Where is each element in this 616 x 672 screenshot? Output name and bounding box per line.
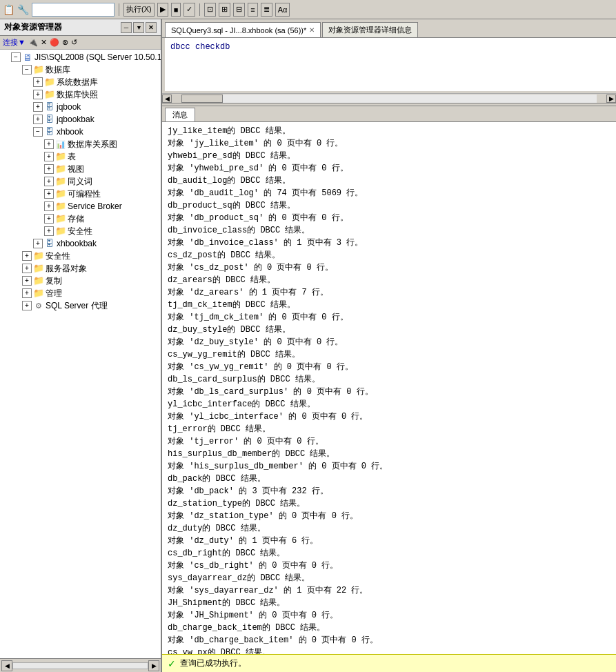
security-xhbook-expand[interactable]: + <box>44 226 54 236</box>
toolbar-btn-5[interactable]: ≣ <box>261 3 272 17</box>
message-line: 对象 'db_invoice_class' 的 1 页中有 3 行。 <box>168 237 610 249</box>
pin-button[interactable]: ─ <box>121 22 132 33</box>
message-line: 对象 'db_charge_back_item' 的 0 页中有 0 行。 <box>168 634 610 646</box>
xhbookbak-label: xhbookbak <box>57 238 97 249</box>
hscroll-left[interactable]: ◀ <box>162 95 172 103</box>
tree-item-sql-agent[interactable]: + ⚙ SQL Server 代理 <box>0 299 161 312</box>
tree-item-db-snapshot[interactable]: + 📁 数据库快照 <box>0 88 161 101</box>
tree-item-replication[interactable]: + 📁 复制 <box>0 275 161 287</box>
tree-item-tables[interactable]: + 📁 表 <box>0 150 161 163</box>
server-label: JIS\SQL2008 (SQL Server 10.50.16 <box>34 52 161 63</box>
toolbar-btn-1[interactable]: ⊡ <box>204 3 216 17</box>
message-line: 对象 'yhwebi_pre_sd' 的 0 页中有 0 行。 <box>168 162 610 175</box>
message-line: db_audit_log的 DBCC 结果。 <box>168 175 610 187</box>
synonyms-icon: 📁 <box>55 176 66 187</box>
tree-item-management[interactable]: + 📁 管理 <box>0 287 161 299</box>
message-line: 对象 'his_surplus_db_member' 的 0 页中有 0 行。 <box>168 460 610 473</box>
sqlagent-expand[interactable]: + <box>22 301 32 310</box>
tree-item-views[interactable]: + 📁 视图 <box>0 163 161 175</box>
connect-button[interactable]: 连接▼ <box>3 37 26 48</box>
scroll-right-btn[interactable]: ▶ <box>148 660 159 671</box>
message-line: dz_station_type的 DBCC 结果。 <box>168 497 610 510</box>
message-line: 对象 'yl_icbc_interface' 的 0 页中有 0 行。 <box>168 411 610 423</box>
execute-label[interactable]: 执行(X) <box>123 3 155 17</box>
broker-expand[interactable]: + <box>44 201 54 211</box>
replication-expand[interactable]: + <box>22 276 32 286</box>
security-server-icon: 📁 <box>33 250 44 261</box>
tree-item-synonyms[interactable]: + 📁 同义词 <box>0 175 161 188</box>
toolbar-btn-4[interactable]: ≡ <box>248 3 257 17</box>
security-server-expand[interactable]: + <box>22 251 32 261</box>
databases-expand[interactable]: − <box>22 65 32 75</box>
sqlagent-label: SQL Server 代理 <box>46 300 108 311</box>
connect-icon-3: 🔴 <box>50 38 59 47</box>
xhbook-expand[interactable]: − <box>33 127 43 137</box>
tree-item-programmability[interactable]: + 📁 可编程性 <box>0 188 161 200</box>
query-hscrollbar[interactable]: ◀ ▶ <box>162 93 616 103</box>
tab-query[interactable]: SQLQuery3.sql - JI...8.xhbook (sa (56))*… <box>165 22 321 37</box>
diagram-expand[interactable]: + <box>44 139 54 149</box>
tables-expand[interactable]: + <box>44 152 54 161</box>
tree-view[interactable]: − 🖥 JIS\SQL2008 (SQL Server 10.50.16 − 📁… <box>0 50 161 658</box>
xhbookbak-expand[interactable]: + <box>33 239 43 248</box>
snapshot-expand[interactable]: + <box>33 90 43 99</box>
hscroll-thumb[interactable] <box>181 95 223 103</box>
tree-item-security-xhbook[interactable]: + 📁 安全性 <box>0 225 161 237</box>
results-tab-messages[interactable]: 消息 <box>165 108 195 121</box>
replication-icon: 📁 <box>33 275 44 286</box>
parse-button[interactable]: ✓ <box>183 3 195 17</box>
tree-item-jqbookbak[interactable]: + 🗄 jqbookbak <box>0 113 161 126</box>
management-icon: 📁 <box>33 288 44 299</box>
replication-label: 复制 <box>46 275 62 286</box>
security-xhbook-icon: 📁 <box>55 226 66 237</box>
prog-expand[interactable]: + <box>44 189 54 199</box>
tree-item-jqbook[interactable]: + 🗄 jqbook <box>0 101 161 113</box>
management-expand[interactable]: + <box>22 288 32 298</box>
tree-item-xhbookbak[interactable]: + 🗄 xhbookbak <box>0 237 161 250</box>
databases-folder-icon: 📁 <box>33 64 44 75</box>
tree-item-diagram[interactable]: + 📊 数据库关系图 <box>0 138 161 150</box>
scroll-left-btn[interactable]: ◀ <box>1 660 12 671</box>
hscroll-track <box>181 95 597 103</box>
toolbar-btn-2[interactable]: ⊞ <box>219 3 230 17</box>
views-expand[interactable]: + <box>44 164 54 174</box>
stop-button[interactable]: ■ <box>171 3 181 17</box>
tables-label: 表 <box>68 151 76 162</box>
tree-item-system-db[interactable]: + 📁 系统数据库 <box>0 76 161 88</box>
toolbar-btn-6[interactable]: Aα <box>275 3 290 17</box>
minimize-button[interactable]: ▾ <box>133 22 144 33</box>
tab-details[interactable]: 对象资源管理器详细信息 <box>322 22 418 37</box>
storage-expand[interactable]: + <box>44 214 54 224</box>
snapshot-icon: 📁 <box>44 89 55 100</box>
toolbar-icon-2: 🔧 <box>17 4 29 15</box>
tree-item-xhbook[interactable]: − 🗄 xhbook <box>0 126 161 138</box>
xhbook-label: xhbook <box>57 126 83 137</box>
refresh-icon[interactable]: ↺ <box>71 38 77 47</box>
tree-item-server-objects[interactable]: + 📁 服务器对象 <box>0 262 161 275</box>
toolbar-btn-3[interactable]: ⊟ <box>233 3 245 17</box>
results-scroll-container[interactable]: jy_like_item的 DBCC 结果。对象 'jy_like_item' … <box>162 122 616 654</box>
tree-item-databases[interactable]: − 📁 数据库 <box>0 63 161 76</box>
tree-item-security-server[interactable]: + 📁 安全性 <box>0 250 161 262</box>
serverobj-expand[interactable]: + <box>22 264 32 273</box>
message-line: tj_error的 DBCC 结果。 <box>168 423 610 435</box>
results-area: 消息 jy_like_item的 DBCC 结果。对象 'jy_like_ite… <box>162 106 616 654</box>
hscroll-right[interactable]: ▶ <box>606 95 616 103</box>
tree-item-server[interactable]: − 🖥 JIS\SQL2008 (SQL Server 10.50.16 <box>0 51 161 63</box>
jqbookbak-expand[interactable]: + <box>33 115 43 124</box>
tab-query-close[interactable]: ✕ <box>309 26 315 34</box>
connect-icon-2: ✕ <box>41 38 47 47</box>
database-selector[interactable]: xhbook <box>32 3 115 17</box>
query-editor[interactable]: dbcc checkdb <box>162 38 616 93</box>
message-line: 对象 'jy_like_item' 的 0 页中有 0 行。 <box>168 137 610 150</box>
tree-item-service-broker[interactable]: + 📁 Service Broker <box>0 200 161 213</box>
close-panel-button[interactable]: ✕ <box>146 22 157 33</box>
tree-item-storage[interactable]: + 📁 存储 <box>0 213 161 225</box>
filter-icon[interactable]: ⊗ <box>62 38 68 47</box>
server-expand[interactable]: − <box>11 52 21 62</box>
systemdb-expand[interactable]: + <box>33 77 43 87</box>
execute-button[interactable]: ▶ <box>157 3 168 17</box>
toolbar: 📋 🔧 xhbook 执行(X) ▶ ■ ✓ ⊡ ⊞ ⊟ ≡ ≣ Aα <box>0 0 616 19</box>
synonyms-expand[interactable]: + <box>44 177 54 186</box>
jqbook-expand[interactable]: + <box>33 102 43 112</box>
